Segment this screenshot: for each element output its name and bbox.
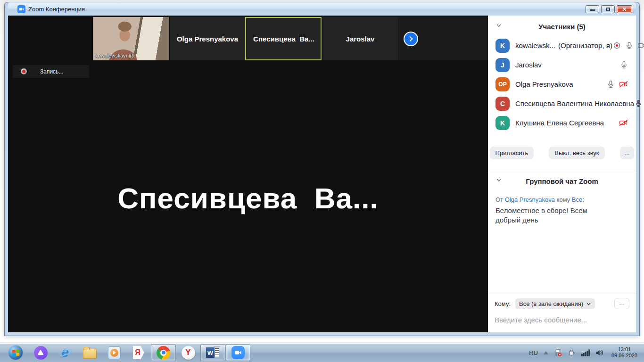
- side-panel: Участники (5) K kowalewsk... (Организато…: [488, 16, 636, 332]
- to-label: кому: [557, 196, 570, 203]
- media-player-button[interactable]: [102, 344, 126, 361]
- chat-message-meta: От Olga Presnyakova кому Все:: [495, 196, 628, 203]
- participant-name: Спесивцева Валентина Николаевна: [515, 99, 634, 107]
- file-explorer-icon: [83, 349, 97, 359]
- maximize-button[interactable]: [601, 5, 615, 13]
- chrome-button[interactable]: [151, 344, 176, 361]
- avatar: OP: [495, 77, 510, 91]
- participants-header: Участники (5): [488, 16, 636, 36]
- close-button[interactable]: ✕: [617, 5, 632, 13]
- start-orb-icon: [8, 345, 23, 360]
- strip-spacer: [8, 17, 93, 60]
- video-tile-label: Спесивцева Ва...: [253, 35, 314, 43]
- video-tile-label: Olga Presnyakova: [177, 35, 238, 43]
- participant-icons: [612, 41, 644, 50]
- yandex-search-icon: Я: [133, 346, 144, 359]
- yandex-browser-button[interactable]: Y: [176, 344, 200, 361]
- video-tile[interactable]: Olga Presnyakova: [169, 17, 245, 60]
- camera-icon[interactable]: [637, 41, 644, 50]
- flag-alert-icon: [554, 348, 562, 357]
- mic-icon[interactable]: [619, 60, 628, 69]
- avatar: C: [495, 97, 510, 111]
- minimize-button[interactable]: [586, 5, 599, 13]
- power-status-button[interactable]: [568, 348, 576, 357]
- participant-row[interactable]: OP Olga Presnyakova: [488, 74, 636, 94]
- camera-off-icon[interactable]: [619, 80, 628, 89]
- window-titlebar[interactable]: Zoom Конференция ✕: [8, 2, 636, 16]
- participants-more-button[interactable]: ...: [620, 147, 635, 159]
- chevron-right-icon: [407, 35, 414, 42]
- tray-time: 13:01: [611, 346, 637, 353]
- camera-off-icon[interactable]: [619, 118, 628, 127]
- from-label: От: [495, 196, 503, 203]
- participant-row[interactable]: C Спесивцева Валентина Николаевна: [488, 94, 636, 113]
- internet-explorer-icon: e: [58, 346, 72, 360]
- active-speaker-name: Спесивцева Ва...: [8, 181, 488, 215]
- up-arrow-icon: [543, 351, 549, 355]
- volume-button[interactable]: [595, 349, 604, 357]
- word-button[interactable]: W: [200, 344, 226, 361]
- hidden-icons-button[interactable]: [543, 351, 549, 355]
- recipient-selected-value: Все (в зале ожидания): [519, 300, 583, 307]
- compose-more-button[interactable]: ...: [614, 298, 629, 309]
- sender-name[interactable]: Olga Presnyakova: [505, 196, 555, 203]
- yandex-search-button[interactable]: Я: [126, 344, 151, 361]
- alice-assistant-button[interactable]: [28, 344, 53, 361]
- internet-explorer-button[interactable]: e: [53, 344, 77, 361]
- yandex-browser-icon: Y: [182, 346, 195, 360]
- participant-name: Olga Presnyakova: [515, 80, 573, 88]
- chevron-down-icon: [586, 301, 591, 306]
- chat-message-text: Беломестное в сборе! Всем добрый день: [495, 206, 613, 225]
- recipient-name[interactable]: Все:: [572, 196, 584, 203]
- participant-row[interactable]: J Jaroslav: [488, 55, 636, 74]
- strip-end: [398, 17, 488, 60]
- mic-active-icon[interactable]: [634, 99, 643, 108]
- file-explorer-button[interactable]: [77, 344, 102, 361]
- participant-row[interactable]: K Клушина Елена Сергеевна: [488, 113, 636, 132]
- main-video-area: kowalewskayn@... Olga Presnyakova Спесив…: [8, 16, 488, 332]
- recipient-selector[interactable]: Все (в зале ожидания): [515, 298, 595, 309]
- self-video-tile[interactable]: kowalewskayn@...: [93, 17, 169, 60]
- record-dot-icon: [21, 68, 27, 74]
- recording-indicator-icon: [612, 41, 621, 50]
- self-video-label: kowalewskayn@...: [95, 53, 138, 58]
- taskbar: e Я Y W: [0, 343, 644, 362]
- participant-name: Jaroslav: [515, 61, 542, 69]
- mute-all-button[interactable]: Выкл. весь звук: [549, 147, 604, 159]
- chat-compose: Кому: Все (в зале ожидания) ... Введите …: [488, 293, 636, 332]
- participants-title: Участники (5): [538, 23, 586, 31]
- participant-icons: [606, 80, 628, 89]
- microsoft-word-icon: W: [206, 346, 220, 359]
- mic-icon[interactable]: [625, 41, 634, 50]
- minimize-icon: [590, 9, 595, 11]
- compose-to-label: Кому:: [495, 300, 511, 307]
- desktop: Zoom Конференция ✕ kowalewskayn@... Olga…: [0, 0, 644, 362]
- collapse-chat-button[interactable]: [495, 177, 502, 185]
- mic-icon[interactable]: [606, 80, 615, 89]
- video-tile-active-speaker[interactable]: Спесивцева Ва...: [245, 17, 322, 60]
- participant-name: kowalewsk...: [515, 41, 555, 49]
- invite-button[interactable]: Пригласить: [490, 147, 534, 159]
- language-indicator[interactable]: RU: [529, 349, 538, 356]
- video-tile[interactable]: Jaroslav: [322, 17, 398, 60]
- next-participants-button[interactable]: [404, 32, 418, 46]
- start-button[interactable]: [3, 344, 28, 361]
- collapse-participants-button[interactable]: [495, 22, 502, 31]
- action-center-button[interactable]: [554, 348, 562, 357]
- participant-row[interactable]: K kowalewsk... (Организатор, я): [488, 36, 636, 55]
- video-thumbnail-strip: kowalewskayn@... Olga Presnyakova Спесив…: [8, 17, 488, 60]
- clock[interactable]: 13:01 09.06.2020: [610, 346, 639, 359]
- zoom-taskbar-button[interactable]: [226, 344, 250, 361]
- google-chrome-icon: [157, 346, 170, 360]
- chevron-down-icon: [495, 22, 502, 29]
- network-status-button[interactable]: [581, 349, 590, 356]
- recording-indicator: Запись...: [13, 65, 89, 78]
- window-body: kowalewskayn@... Olga Presnyakova Спесив…: [8, 16, 636, 332]
- chevron-down-icon: [495, 177, 502, 183]
- message-input[interactable]: Введите здесь сообщение...: [495, 316, 629, 324]
- system-tray: RU: [529, 343, 644, 362]
- alice-assistant-icon: [34, 346, 48, 360]
- chat-spacer: [488, 225, 636, 293]
- speaker-icon: [595, 349, 604, 357]
- avatar: K: [495, 116, 510, 130]
